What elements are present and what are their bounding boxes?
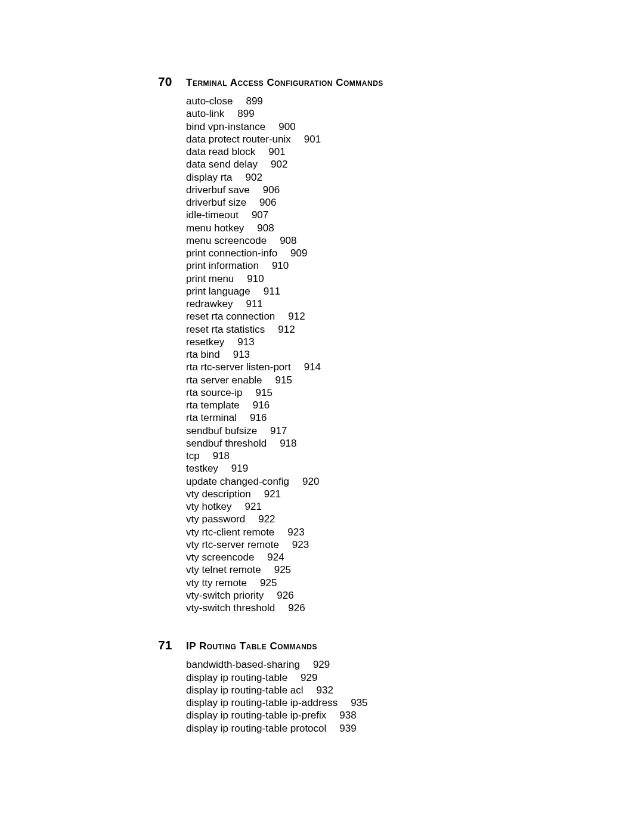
toc-entry[interactable]: vty description921 — [186, 488, 584, 500]
toc-entry[interactable]: bandwidth-based-sharing929 — [186, 658, 584, 671]
toc-entry[interactable]: print menu910 — [186, 272, 584, 285]
toc-entry[interactable]: resetkey913 — [186, 336, 584, 348]
chapter-title: IP Routing Table Commands — [186, 640, 317, 652]
toc-entry[interactable]: vty telnet remote925 — [186, 563, 584, 576]
entry-command: vty rtc-server remote — [186, 539, 279, 550]
toc-entry[interactable]: tcp918 — [186, 450, 584, 462]
entry-command: display ip routing-table ip-prefix — [186, 710, 326, 721]
entry-command: update changed-config — [186, 476, 289, 487]
entry-page: 909 — [290, 247, 307, 259]
entry-command: auto-close — [186, 95, 233, 107]
toc-entry[interactable]: vty tty remote925 — [186, 577, 584, 589]
entry-command: sendbuf threshold — [186, 438, 267, 449]
entry-command: rta template — [186, 400, 240, 411]
entry-command: vty hotkey — [186, 501, 232, 512]
chapter-number: 70 — [158, 75, 186, 89]
entry-command: resetkey — [186, 336, 224, 348]
toc-entry[interactable]: auto-link899 — [186, 107, 584, 120]
entry-page: 913 — [233, 349, 250, 360]
toc-entry[interactable]: vty-switch threshold926 — [186, 602, 584, 614]
toc-entry[interactable]: display rta902 — [186, 171, 584, 184]
toc-entry[interactable]: driverbuf save906 — [186, 184, 584, 196]
toc-entry[interactable]: reset rta statistics912 — [186, 323, 584, 336]
toc-entry[interactable]: print connection-info909 — [186, 247, 584, 259]
entry-page: 902 — [271, 159, 287, 170]
entry-command: driverbuf size — [186, 197, 246, 208]
entry-page: 938 — [339, 710, 356, 721]
toc-entry[interactable]: vty rtc-server remote923 — [186, 538, 584, 551]
toc-entry[interactable]: rta server enable915 — [186, 374, 584, 386]
toc-entry[interactable]: driverbuf size906 — [186, 196, 584, 209]
entry-page: 939 — [339, 723, 356, 734]
toc-entry[interactable]: vty password922 — [186, 513, 584, 525]
entry-page: 925 — [274, 564, 291, 575]
entry-page: 921 — [245, 501, 262, 512]
toc-entry[interactable]: rta rtc-server listen-port914 — [186, 361, 584, 373]
toc-entry[interactable]: vty rtc-client remote923 — [186, 526, 584, 538]
toc-entry[interactable]: redrawkey911 — [186, 298, 584, 310]
toc-entry[interactable]: bind vpn-instance900 — [186, 120, 584, 133]
toc-entry[interactable]: menu screencode908 — [186, 234, 584, 247]
entry-page: 915 — [275, 374, 292, 386]
entry-page: 918 — [213, 450, 230, 462]
entry-page: 899 — [246, 95, 262, 107]
toc-entry[interactable]: rta bind913 — [186, 348, 584, 361]
toc-entry[interactable]: data read block901 — [186, 145, 584, 158]
entry-page: 935 — [351, 697, 367, 708]
entries-list: auto-close899auto-link899bind vpn-instan… — [158, 95, 584, 614]
entry-page: 922 — [258, 513, 275, 525]
toc-entry[interactable]: data send delay902 — [186, 158, 584, 171]
entry-command: auto-link — [186, 108, 224, 119]
toc-section: 70Terminal Access Configuration Commands… — [158, 75, 584, 614]
toc-entry[interactable]: reset rta connection912 — [186, 310, 584, 323]
entry-page: 912 — [278, 324, 295, 335]
entry-command: rta source-ip — [186, 387, 242, 398]
entry-command: driverbuf save — [186, 184, 250, 196]
toc-entry[interactable]: rta terminal916 — [186, 411, 584, 424]
toc-section: 71IP Routing Table Commandsbandwidth-bas… — [158, 638, 584, 735]
toc-entry[interactable]: sendbuf bufsize917 — [186, 425, 584, 437]
entry-command: reset rta statistics — [186, 324, 265, 335]
toc-entry[interactable]: rta template916 — [186, 399, 584, 411]
entry-page: 901 — [268, 146, 285, 157]
entry-page: 908 — [257, 222, 274, 234]
toc-entry[interactable]: print language911 — [186, 285, 584, 298]
entry-command: rta terminal — [186, 412, 237, 423]
toc-entry[interactable]: display ip routing-table acl932 — [186, 684, 584, 696]
entry-command: reset rta connection — [186, 311, 275, 322]
entry-page: 924 — [267, 552, 284, 563]
entry-page: 914 — [304, 361, 321, 373]
toc-entry[interactable]: data protect router-unix901 — [186, 133, 584, 145]
entry-page: 908 — [280, 235, 296, 246]
entry-page: 913 — [237, 336, 254, 348]
toc-entry[interactable]: vty-switch priority926 — [186, 589, 584, 602]
toc-entry[interactable]: auto-close899 — [186, 95, 584, 107]
entry-command: tcp — [186, 450, 200, 462]
entry-command: bandwidth-based-sharing — [186, 659, 300, 670]
entry-command: rta rtc-server listen-port — [186, 361, 291, 373]
toc-entry[interactable]: rta source-ip915 — [186, 386, 584, 399]
toc-entry[interactable]: display ip routing-table929 — [186, 671, 584, 684]
toc-entry[interactable]: vty screencode924 — [186, 551, 584, 563]
entry-command: sendbuf bufsize — [186, 425, 257, 436]
toc-entry[interactable]: menu hotkey908 — [186, 222, 584, 234]
entry-page: 907 — [252, 209, 268, 221]
entry-command: display rta — [186, 172, 232, 183]
toc-entry[interactable]: vty hotkey921 — [186, 500, 584, 513]
entry-page: 906 — [263, 184, 280, 196]
toc-entry[interactable]: testkey919 — [186, 462, 584, 475]
toc-entry[interactable]: idle-timeout907 — [186, 209, 584, 221]
entry-command: vty description — [186, 488, 251, 500]
toc-entry[interactable]: print information910 — [186, 259, 584, 272]
entry-page: 923 — [287, 527, 304, 538]
entry-command: idle-timeout — [186, 209, 239, 221]
entry-command: print language — [186, 286, 250, 297]
toc-entry[interactable]: display ip routing-table protocol939 — [186, 722, 584, 735]
toc-entry[interactable]: sendbuf threshold918 — [186, 437, 584, 450]
toc-entry[interactable]: update changed-config920 — [186, 475, 584, 488]
section-header: 71IP Routing Table Commands — [158, 638, 584, 652]
entry-page: 921 — [264, 488, 281, 500]
entry-command: display ip routing-table acl — [186, 685, 304, 696]
toc-entry[interactable]: display ip routing-table ip-address935 — [186, 696, 584, 709]
toc-entry[interactable]: display ip routing-table ip-prefix938 — [186, 709, 584, 721]
